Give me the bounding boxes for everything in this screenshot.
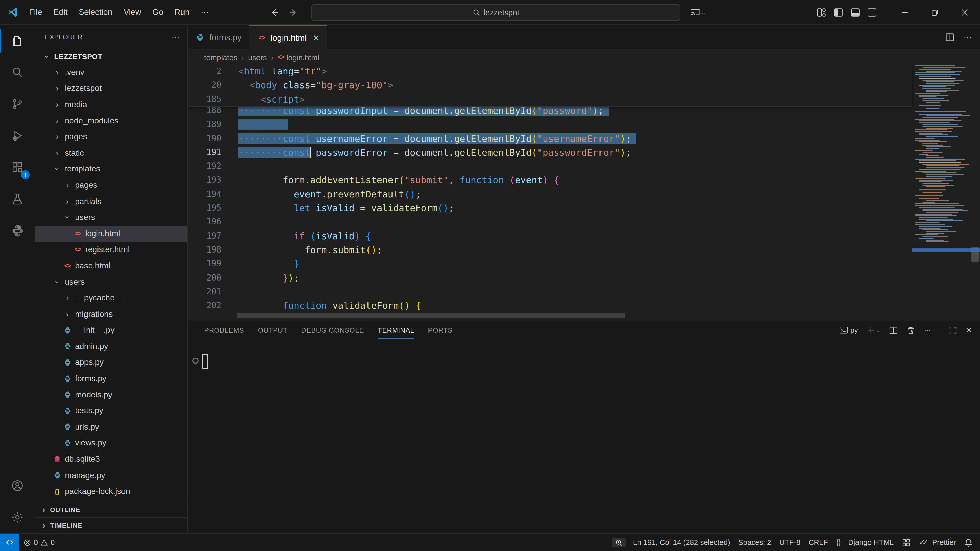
close-tab-icon[interactable]: ✕ xyxy=(313,33,320,43)
tree-root-lezzetspot[interactable]: › LEZZETSPOT xyxy=(35,48,187,64)
source-control-icon[interactable] xyxy=(0,88,35,120)
remote-indicator[interactable] xyxy=(0,534,19,551)
menu-selection[interactable]: Selection xyxy=(73,7,118,17)
outline-section[interactable]: › OUTLINE xyxy=(35,502,187,517)
minimap[interactable] xyxy=(912,64,970,321)
tab-forms-py[interactable]: forms.py xyxy=(188,25,249,49)
tree-item-users[interactable]: ›users xyxy=(35,274,187,290)
search-sidebar-icon[interactable] xyxy=(0,57,35,88)
tree-item-lezzetspot[interactable]: ›lezzetspot xyxy=(35,80,187,97)
menu-run[interactable]: Run xyxy=(169,7,195,17)
tree-item-static[interactable]: ›static xyxy=(35,145,187,161)
horizontal-scrollbar[interactable] xyxy=(237,313,625,318)
zoom-indicator[interactable] xyxy=(612,537,626,547)
tree-item-db-sqlite3[interactable]: db.sqlite3 xyxy=(35,451,187,467)
problems-status[interactable]: 0 0 xyxy=(19,534,59,551)
menu-edit[interactable]: Edit xyxy=(48,7,73,17)
formatter-status[interactable]: ✓✓Prettier xyxy=(915,534,960,551)
code-line-193[interactable]: 193 form.addEventListener("submit", func… xyxy=(188,173,912,187)
menu-go[interactable]: Go xyxy=(147,7,169,17)
tree-item-manage-py[interactable]: manage.py xyxy=(35,467,187,483)
toggle-sidebar-icon[interactable] xyxy=(834,7,843,17)
command-center-search[interactable]: lezzetspot xyxy=(311,4,680,21)
editor-more-actions-icon[interactable]: ⋯ xyxy=(964,32,972,42)
tree-item--venv[interactable]: ›.venv xyxy=(35,64,187,80)
eol-status[interactable]: CRLF xyxy=(804,534,832,551)
tree-item-views-py[interactable]: views.py xyxy=(35,435,187,451)
tree-item-base-html[interactable]: <>base.html xyxy=(35,258,187,274)
tab-problems[interactable]: PROBLEMS xyxy=(204,321,244,339)
notifications-bell-icon[interactable] xyxy=(960,534,980,551)
tree-item-media[interactable]: ›media xyxy=(35,97,187,113)
tree-item-package-lock-json[interactable]: {}package-lock.json xyxy=(35,483,187,499)
tree-item-forms-py[interactable]: forms.py xyxy=(35,371,187,387)
close-window-button[interactable] xyxy=(950,0,980,25)
settings-gear-icon[interactable] xyxy=(0,502,35,533)
screencast-button[interactable]: ⌄ xyxy=(690,7,706,17)
code-line-191[interactable]: 191········const passwordError = documen… xyxy=(188,145,912,159)
code-line-196[interactable]: 196 xyxy=(188,215,912,229)
menu-view[interactable]: View xyxy=(118,7,147,17)
code-line-202[interactable]: 202 function validateForm() { xyxy=(188,299,912,313)
breadcrumb-users[interactable]: users xyxy=(248,53,267,62)
code-line-190[interactable]: 190········const usernameError = documen… xyxy=(188,131,912,145)
menu-more[interactable]: ⋯ xyxy=(195,7,215,17)
tree-item-login-html[interactable]: <>login.html xyxy=(35,225,187,241)
cursor-position-status[interactable]: Ln 191, Col 14 (282 selected) xyxy=(629,534,734,551)
maximize-panel-icon[interactable] xyxy=(949,326,957,334)
tree-item-register-html[interactable]: <>register.html xyxy=(35,241,187,258)
indentation-status[interactable]: Spaces: 2 xyxy=(734,534,775,551)
tab-output[interactable]: OUTPUT xyxy=(258,321,287,339)
code-line-195[interactable]: 195 let isValid = validateForm(); xyxy=(188,201,912,215)
tree-item-pages[interactable]: ›pages xyxy=(35,129,187,145)
tree-item--pycache-[interactable]: ›__pycache__ xyxy=(35,290,187,306)
tab-ports[interactable]: PORTS xyxy=(428,321,453,339)
tree-item--init-py[interactable]: __init__.py xyxy=(35,322,187,338)
code-line-189[interactable]: 189 xyxy=(188,118,912,132)
timeline-section[interactable]: › TIMELINE xyxy=(35,517,187,533)
tree-item-admin-py[interactable]: admin.py xyxy=(35,338,187,354)
tree-item-migrations[interactable]: ›migrations xyxy=(35,306,187,322)
python-extension-icon[interactable] xyxy=(0,215,35,246)
code-line-185[interactable]: 185 <script> xyxy=(188,92,912,106)
testing-icon[interactable] xyxy=(0,183,35,215)
tab-terminal[interactable]: TERMINAL xyxy=(378,321,414,339)
run-debug-icon[interactable] xyxy=(0,120,35,151)
explorer-icon[interactable] xyxy=(0,25,35,57)
forward-arrow-icon[interactable] xyxy=(288,7,298,17)
split-editor-icon[interactable] xyxy=(945,33,955,42)
restore-button[interactable] xyxy=(920,0,950,25)
tree-item-apps-py[interactable]: apps.py xyxy=(35,354,187,370)
menu-file[interactable]: File xyxy=(24,7,48,17)
tree-item-pages[interactable]: ›pages xyxy=(35,177,187,193)
code-line-192[interactable]: 192 xyxy=(188,159,912,173)
customize-layout-icon[interactable] xyxy=(817,7,826,17)
toggle-secondary-sidebar-icon[interactable] xyxy=(867,7,877,17)
extensions-icon[interactable]: 1 xyxy=(0,151,35,183)
tree-item-users[interactable]: ›users xyxy=(35,210,187,225)
code-line-200[interactable]: 200 }); xyxy=(188,271,912,285)
split-terminal-icon[interactable] xyxy=(889,326,898,334)
encoding-status[interactable]: UTF-8 xyxy=(775,534,804,551)
breadcrumb-login-html[interactable]: login.html xyxy=(286,53,319,62)
tree-item-tests-py[interactable]: tests.py xyxy=(35,403,187,419)
tree-item-node-modules[interactable]: ›node_modules xyxy=(35,113,187,129)
tab-login-html[interactable]: <> login.html ✕ xyxy=(249,25,328,49)
tree-item-urls-py[interactable]: urls.py xyxy=(35,419,187,435)
kill-terminal-trash-icon[interactable] xyxy=(907,326,915,334)
code-line-194[interactable]: 194 event.preventDefault(); xyxy=(188,187,912,201)
browser-preview-icon[interactable] xyxy=(898,534,915,551)
panel-more-actions-icon[interactable]: ⋯ xyxy=(924,326,931,334)
terminal-shell-button[interactable]: py xyxy=(839,326,858,335)
back-arrow-icon[interactable] xyxy=(269,7,279,17)
code-line-20[interactable]: 20 <body class="bg-gray-100"> xyxy=(188,78,912,92)
code-editor[interactable]: 188········const passwordInput = documen… xyxy=(188,64,980,321)
tree-item-models-py[interactable]: models.py xyxy=(35,387,187,403)
tree-item-templates[interactable]: ›templates xyxy=(35,161,187,177)
new-terminal-button[interactable]: ⌄ xyxy=(867,326,881,334)
close-panel-icon[interactable]: ✕ xyxy=(966,326,972,334)
code-line-201[interactable]: 201 xyxy=(188,285,912,299)
toggle-panel-icon[interactable] xyxy=(850,7,860,17)
code-line-2[interactable]: 2<html lang="tr"> xyxy=(188,64,912,78)
code-line-199[interactable]: 199 } xyxy=(188,257,912,271)
